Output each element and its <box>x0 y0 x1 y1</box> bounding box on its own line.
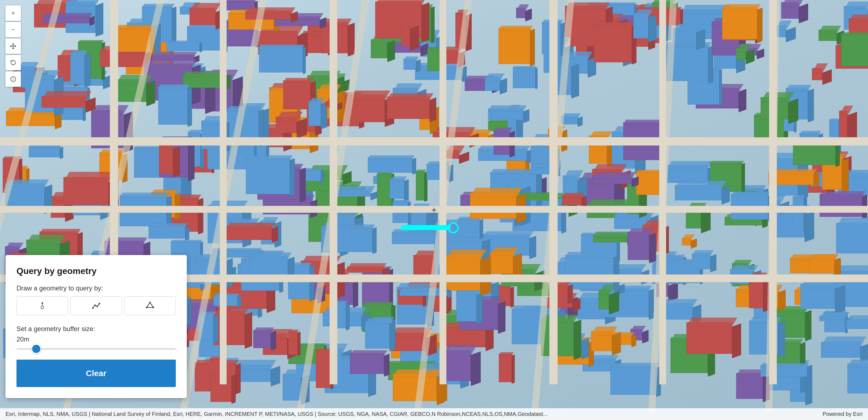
svg-point-22 <box>152 306 154 308</box>
svg-point-21 <box>149 302 151 303</box>
reset-view-button[interactable] <box>5 55 21 70</box>
buffer-slider-container <box>17 346 176 351</box>
svg-marker-11 <box>12 77 14 79</box>
geometry-line-indicator <box>401 225 451 230</box>
attribution-bar: Esri, Intermap, NLS, NMA, USGS | Nationa… <box>0 408 868 420</box>
map-controls: + − <box>5 5 21 87</box>
geometry-tools <box>17 296 176 315</box>
panel-title: Query by geometry <box>17 266 176 276</box>
zoom-in-button[interactable]: + <box>5 5 21 21</box>
attribution-left: Esri, Intermap, NLS, NMA, USGS | Nationa… <box>5 411 548 417</box>
buffer-value: 20m <box>17 335 176 343</box>
svg-point-19 <box>99 303 100 304</box>
buffer-label: Set a geometry buffer size: <box>17 325 176 333</box>
point-tool-button[interactable] <box>17 296 68 315</box>
svg-point-18 <box>96 305 98 307</box>
pan-button[interactable] <box>5 38 21 54</box>
buffer-slider[interactable] <box>17 348 176 350</box>
query-panel: Query by geometry Draw a geometry to que… <box>5 255 187 398</box>
svg-point-13 <box>41 306 44 309</box>
geometry-endpoint-indicator <box>448 222 459 233</box>
clear-button[interactable]: Clear <box>17 360 176 387</box>
draw-label: Draw a geometry to query by: <box>17 284 176 292</box>
zoom-out-button[interactable]: − <box>5 22 21 37</box>
polygon-tool-button[interactable] <box>124 296 176 315</box>
svg-point-17 <box>94 304 96 306</box>
svg-marker-12 <box>12 79 14 81</box>
attribution-right: Powered by Esri <box>823 411 863 417</box>
svg-point-15 <box>41 302 43 304</box>
svg-point-23 <box>146 306 148 308</box>
polyline-tool-button[interactable] <box>70 296 122 315</box>
svg-point-16 <box>92 307 94 309</box>
compass-button[interactable] <box>5 71 21 87</box>
